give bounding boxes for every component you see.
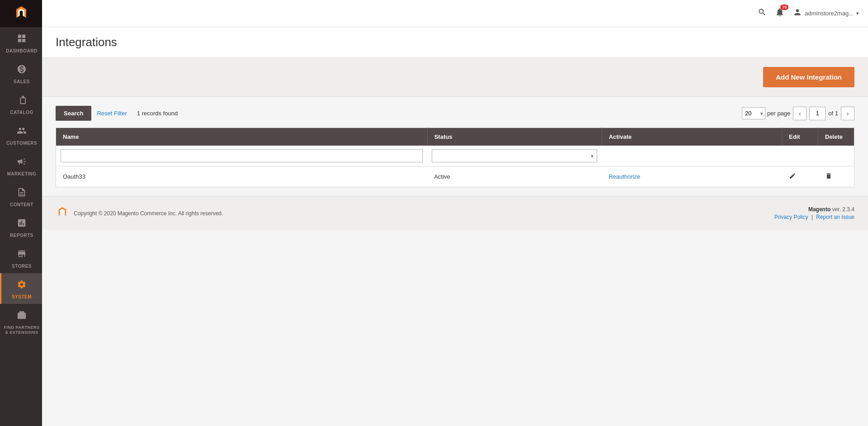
col-header-edit: Edit <box>782 128 818 146</box>
content-area: Integrations Add New Integration Search … <box>42 27 868 426</box>
sidebar-item-label: SYSTEM <box>12 294 32 299</box>
grid-toolbar: Search Reset Filter 1 records found 20 3… <box>56 106 854 121</box>
user-menu-caret: ▾ <box>856 10 859 16</box>
customers-icon <box>17 126 27 138</box>
reauthorize-link[interactable]: Reauthorize <box>609 173 640 180</box>
find-partners-icon <box>17 310 27 323</box>
grid-area: Search Reset Filter 1 records found 20 3… <box>42 97 868 196</box>
system-icon <box>17 279 27 292</box>
footer-separator: | <box>811 214 813 220</box>
filter-edit-cell <box>782 146 818 166</box>
page-header: Integrations <box>42 27 868 58</box>
filter-activate-cell <box>602 146 782 166</box>
cell-activate: Reauthorize <box>602 166 782 187</box>
sidebar-item-sales[interactable]: SALES <box>0 58 42 89</box>
catalog-icon <box>17 95 27 108</box>
footer-right: Magento ver. 2.3.4 Privacy Policy | Repo… <box>774 206 854 220</box>
magento-logo-icon <box>12 5 30 23</box>
sidebar-item-label: MARKETING <box>7 171 36 176</box>
page-of-label: of 1 <box>828 110 838 117</box>
main-content: 75 adminstore2mag... ▾ Integrations Add … <box>42 0 868 426</box>
page-title: Integrations <box>56 35 854 49</box>
filter-status-select-wrap: Active Inactive <box>432 149 597 162</box>
footer-copyright: Copyright © 2020 Magento Commerce Inc. A… <box>74 210 223 217</box>
integrations-table: Name Status Activate Edit Delete <box>56 128 854 187</box>
footer-version-number: ver. 2.3.4 <box>832 206 854 213</box>
sidebar-item-label: STORES <box>12 264 32 269</box>
sidebar-item-content[interactable]: CONTENT <box>0 181 42 212</box>
user-menu[interactable]: adminstore2mag... ▾ <box>793 8 859 19</box>
records-found: 1 records found <box>137 110 178 117</box>
user-icon <box>793 8 802 19</box>
per-page-select-wrap: 20 30 50 100 200 <box>742 107 765 119</box>
footer-logo-icon <box>56 206 69 221</box>
col-header-activate: Activate <box>602 128 782 146</box>
filter-name-input[interactable] <box>61 149 423 162</box>
table-row: Oauth33 Active Reauthorize <box>56 166 854 187</box>
sidebar-item-reports[interactable]: REPORTS <box>0 212 42 242</box>
cell-edit <box>782 166 818 187</box>
footer-left: Copyright © 2020 Magento Commerce Inc. A… <box>56 206 223 221</box>
sales-icon <box>17 64 27 77</box>
col-header-name: Name <box>56 128 428 146</box>
page-next-button[interactable]: › <box>841 107 854 120</box>
per-page-selector-wrap: 20 30 50 100 200 per page <box>742 107 790 119</box>
privacy-policy-link[interactable]: Privacy Policy <box>774 214 808 220</box>
sidebar-item-label: REPORTS <box>10 233 33 238</box>
page-number-input[interactable] <box>809 107 826 120</box>
footer-version-wrap: Magento ver. 2.3.4 <box>774 206 854 213</box>
sidebar-item-dashboard[interactable]: DASHBOARD <box>0 27 42 58</box>
dashboard-icon <box>17 33 27 46</box>
edit-icon[interactable] <box>789 173 796 181</box>
footer-version-label: Magento <box>808 206 830 213</box>
footer-links: Privacy Policy | Report an Issue <box>774 214 854 220</box>
table-header-row: Name Status Activate Edit Delete <box>56 128 854 146</box>
topbar-actions: 75 adminstore2mag... ▾ <box>758 7 859 19</box>
sidebar-item-marketing[interactable]: MARKETING <box>0 150 42 181</box>
delete-icon[interactable] <box>825 173 832 181</box>
sidebar-item-label: DASHBOARD <box>6 48 38 53</box>
sidebar-item-label: CONTENT <box>10 202 33 207</box>
notifications-count: 75 <box>780 5 788 10</box>
username-label: adminstore2mag... <box>805 10 854 17</box>
per-page-label: per page <box>767 110 790 117</box>
page-prev-button[interactable]: ‹ <box>793 107 807 120</box>
sidebar-item-label: CATALOG <box>10 110 33 115</box>
add-new-integration-button[interactable]: Add New Integration <box>763 67 854 87</box>
sidebar: DASHBOARD SALES CATALOG CUSTOMERS MARKET… <box>0 0 42 426</box>
search-icon[interactable] <box>758 8 767 19</box>
topbar: 75 adminstore2mag... ▾ <box>42 0 868 27</box>
notifications-bell[interactable]: 75 <box>775 7 785 19</box>
sidebar-item-stores[interactable]: STORES <box>0 242 42 273</box>
cell-status: Active <box>427 166 602 187</box>
cell-name: Oauth33 <box>56 166 428 187</box>
pagination: 20 30 50 100 200 per page ‹ of 1 › <box>742 107 854 120</box>
cell-delete <box>818 166 854 187</box>
stores-icon <box>17 249 27 261</box>
search-button[interactable]: Search <box>56 106 91 121</box>
page-toolbar: Add New Integration <box>42 58 868 97</box>
col-header-status: Status <box>427 128 602 146</box>
filter-name-cell <box>56 146 428 166</box>
filter-delete-cell <box>818 146 854 166</box>
sidebar-item-customers[interactable]: CUSTOMERS <box>0 119 42 150</box>
report-issue-link[interactable]: Report an Issue <box>816 214 854 220</box>
reports-icon <box>17 218 27 231</box>
content-icon <box>17 187 27 200</box>
per-page-select[interactable]: 20 30 50 100 200 <box>742 107 765 119</box>
grid-toolbar-left: Search Reset Filter 1 records found <box>56 106 178 121</box>
marketing-icon <box>17 156 27 169</box>
sidebar-item-catalog[interactable]: CATALOG <box>0 89 42 119</box>
sidebar-item-label: CUSTOMERS <box>6 141 37 146</box>
reset-filter-button[interactable]: Reset Filter <box>97 110 127 117</box>
sidebar-item-system[interactable]: SYSTEM <box>0 273 42 304</box>
page-footer: Copyright © 2020 Magento Commerce Inc. A… <box>42 196 868 230</box>
filter-status-cell: Active Inactive <box>427 146 602 166</box>
sidebar-item-label: FIND PARTNERS & EXTENSIONS <box>4 325 40 335</box>
sidebar-item-find-partners[interactable]: FIND PARTNERS & EXTENSIONS <box>0 304 42 340</box>
filter-row: Active Inactive <box>56 146 854 166</box>
sidebar-item-label: SALES <box>14 79 30 84</box>
filter-status-select[interactable]: Active Inactive <box>432 149 597 162</box>
sidebar-logo <box>0 0 42 27</box>
col-header-delete: Delete <box>818 128 854 146</box>
